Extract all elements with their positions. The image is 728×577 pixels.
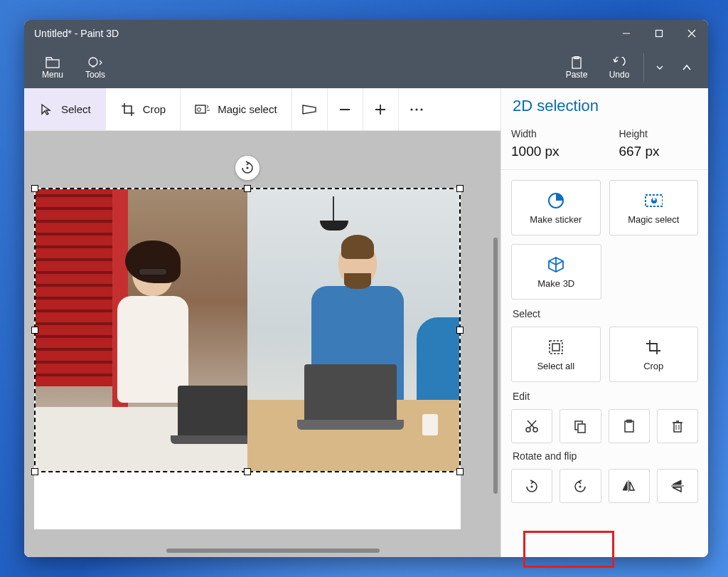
3d-view-tool[interactable] [292,88,328,130]
canvas-viewport[interactable] [24,131,500,557]
magic-select-tool[interactable]: Magic select [181,88,291,130]
paste-edit-button[interactable] [609,409,650,443]
select-label: Select [61,103,91,115]
svg-point-38 [579,486,582,488]
crop-button[interactable]: Crop [609,327,699,382]
flip-vertical-button[interactable] [657,469,698,503]
crop-tool[interactable]: Crop [106,88,181,130]
vertical-scrollbar[interactable] [493,238,498,494]
sticker-icon [547,191,565,210]
rotate-left-icon [524,479,540,493]
zoom-out-button[interactable] [328,88,363,130]
resize-handle-se[interactable] [456,468,464,475]
magic-select-icon [195,102,210,117]
magic-select-button[interactable]: Magic select [609,180,699,235]
make-sticker-label: Make sticker [530,214,582,225]
clipboard-icon [570,55,583,70]
zoom-in-button[interactable] [363,88,399,130]
rotate-right-button[interactable] [560,469,601,503]
selected-image [36,189,459,471]
minimize-button[interactable] [610,20,643,47]
resize-handle-s[interactable] [244,468,251,475]
rotate-section-label: Rotate and flip [513,450,698,462]
horizontal-scrollbar[interactable] [166,549,380,553]
close-button[interactable] [675,20,708,47]
select-tool[interactable]: Select [24,88,106,130]
rotate-left-button[interactable] [511,469,552,503]
svg-point-17 [246,166,248,169]
minus-icon [337,102,353,117]
svg-point-37 [531,486,533,488]
height-label: Height [619,128,699,139]
more-button[interactable] [399,88,434,130]
undo-label: Undo [609,70,630,80]
flip-horizontal-icon [621,479,637,493]
crop-tile-icon [644,338,663,356]
svg-point-10 [198,107,201,111]
svg-point-16 [420,108,422,110]
selection-box[interactable] [34,188,461,472]
resize-handle-e[interactable] [456,327,464,334]
svg-point-14 [410,108,412,110]
tools-button[interactable]: Tools [74,47,117,88]
svg-rect-23 [552,344,560,351]
flip-vertical-icon [670,479,685,493]
resize-handle-n[interactable] [244,185,251,192]
menubar: Menu Tools Paste Undo [24,47,708,88]
ellipsis-icon [409,102,424,117]
tools-label: Tools [85,70,105,80]
panel-title: 2D selection [513,97,698,115]
scissors-icon [525,419,539,433]
plus-icon [373,102,388,117]
svg-point-5 [89,58,97,66]
titlebar: Untitled* - Paint 3D [24,20,708,47]
svg-point-15 [415,108,417,110]
trash-icon [670,419,685,433]
height-value: 667 px [619,144,699,159]
menu-label: Menu [42,70,63,80]
copy-button[interactable] [560,409,601,443]
undo-button[interactable]: Undo [598,47,641,88]
menu-button[interactable]: Menu [31,47,74,88]
select-all-button[interactable]: Select all [511,327,601,382]
svg-rect-32 [674,423,681,432]
svg-point-21 [653,198,655,201]
svg-rect-1 [656,31,663,37]
maximize-button[interactable] [643,20,675,47]
make-sticker-button[interactable]: Make sticker [511,180,601,235]
select-all-icon [547,338,565,356]
select-all-label: Select all [537,361,574,371]
cursor-icon [38,102,54,117]
paste-label: Paste [566,70,588,80]
svg-rect-29 [578,424,585,433]
cut-button[interactable] [511,409,552,443]
rotate-right-icon [572,479,588,493]
make-3d-label: Make 3D [537,278,574,289]
flip-horizontal-button[interactable] [609,469,650,503]
history-dropdown[interactable] [647,47,673,88]
edit-section-label: Edit [513,391,698,402]
svg-rect-7 [572,58,581,68]
resize-handle-ne[interactable] [456,185,464,192]
canvas-toolbar: Select Crop Magic select [24,88,500,131]
collapse-panel-button[interactable] [673,47,701,88]
perspective-icon [301,102,317,117]
crop-icon [120,102,136,117]
paste-button[interactable]: Paste [555,47,598,88]
paste-icon [622,419,636,433]
resize-handle-w[interactable] [31,327,38,334]
canvas-area: Select Crop Magic select [24,88,500,557]
cube-icon [547,255,565,274]
delete-button[interactable] [657,409,698,443]
window-title: Untitled* - Paint 3D [34,28,610,39]
resize-handle-nw[interactable] [31,185,38,192]
magic-select-label: Magic select [218,103,277,115]
bulb-icon [87,55,103,70]
side-panel: 2D selection Width 1000 px Height 667 px [500,88,708,557]
resize-handle-sw[interactable] [31,468,38,475]
rotate-handle[interactable] [235,155,260,181]
paint3d-window: Untitled* - Paint 3D Menu Tools [24,20,708,557]
crop-label: Crop [143,103,166,115]
undo-icon [612,55,626,70]
make-3d-button[interactable]: Make 3D [511,244,601,300]
